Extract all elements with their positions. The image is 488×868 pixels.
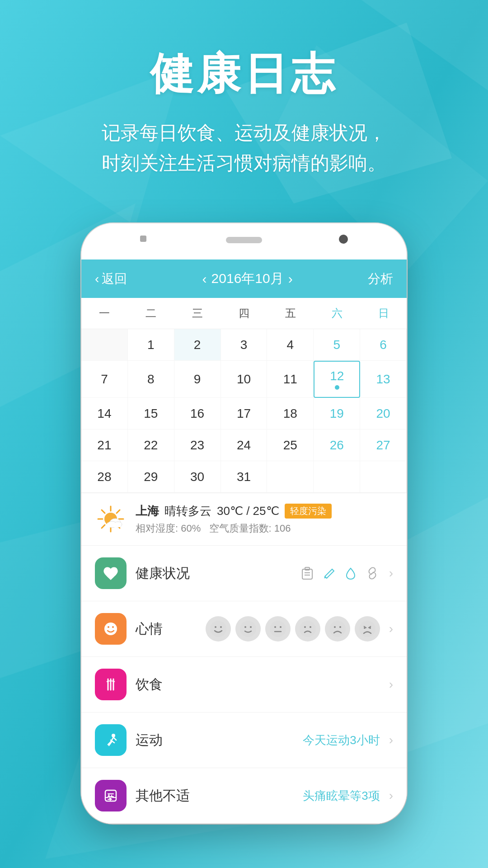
chevron-left-icon: ‹ [95, 272, 99, 286]
cal-day-20[interactable]: 20 [360, 398, 407, 429]
cal-day-24[interactable]: 24 [221, 429, 267, 461]
clipboard-icon[interactable] [300, 566, 315, 581]
health-status-row[interactable]: 健康状况 [81, 546, 407, 601]
cal-day-29[interactable]: 29 [128, 461, 174, 493]
phone-sensor [140, 236, 146, 242]
cal-day-1[interactable]: 1 [128, 329, 174, 361]
weekday-mon: 一 [81, 298, 128, 329]
back-button[interactable]: ‹ 返回 [95, 270, 127, 288]
svg-point-37 [280, 626, 282, 628]
svg-point-44 [339, 626, 341, 628]
app-content: ‹ 返回 ‹ 2016年10月 › 分析 一 二 三 四 五 六 [81, 259, 407, 824]
other-value: 头痛眩晕等3项 [303, 788, 380, 804]
cal-day-27[interactable]: 27 [360, 429, 407, 461]
cal-day-empty-2 [267, 461, 314, 493]
svg-point-41 [310, 626, 311, 628]
weekday-tue: 二 [128, 298, 174, 329]
cal-day-3[interactable]: 3 [221, 329, 267, 361]
cal-day-9[interactable]: 9 [174, 361, 221, 398]
svg-rect-22 [302, 569, 312, 579]
diet-label: 饮食 [136, 675, 380, 694]
mood-face-slight-happy[interactable] [235, 616, 261, 642]
cal-day-30[interactable]: 30 [174, 461, 221, 493]
cal-day-21[interactable]: 21 [81, 429, 128, 461]
phone-container: ‹ 返回 ‹ 2016年10月 › 分析 一 二 三 四 五 六 [0, 223, 488, 824]
calendar-grid: 一 二 三 四 五 六 日 1 2 3 4 5 6 [81, 298, 407, 493]
cal-day-2[interactable]: 2 [174, 329, 221, 361]
cal-day-11[interactable]: 11 [267, 361, 314, 398]
cal-day-6[interactable]: 6 [360, 329, 407, 361]
svg-point-28 [112, 626, 114, 628]
weekday-wed: 三 [174, 298, 221, 329]
exercise-chevron: › [389, 733, 393, 747]
prev-month-icon[interactable]: ‹ [202, 271, 207, 287]
mood-face-neutral[interactable] [265, 616, 291, 642]
cal-day-25[interactable]: 25 [267, 429, 314, 461]
info-section: 上海 晴转多云 30℃ / 25℃ 轻度污染 相对湿度: 60% 空气质量指数:… [81, 493, 407, 824]
cal-day-26[interactable]: 26 [314, 429, 360, 461]
water-drop-icon[interactable] [343, 566, 358, 581]
svg-point-26 [104, 623, 117, 635]
other-chevron: › [389, 788, 393, 803]
app-title: 健康日志 [0, 45, 488, 104]
cal-day-empty-3 [314, 461, 360, 493]
cal-day-17[interactable]: 17 [221, 398, 267, 429]
analyze-button[interactable]: 分析 [368, 270, 393, 288]
svg-point-43 [334, 626, 336, 628]
cal-day-14[interactable]: 14 [81, 398, 128, 429]
diet-row[interactable]: 饮食 › [81, 657, 407, 712]
cal-day-12[interactable]: 12 [314, 361, 360, 398]
phone-top-bar [81, 223, 407, 259]
cal-day-19[interactable]: 19 [314, 398, 360, 429]
cal-day-10[interactable]: 10 [221, 361, 267, 398]
cal-day-8[interactable]: 8 [128, 361, 174, 398]
mood-face-more-sad[interactable] [325, 616, 350, 642]
calendar-title: ‹ 2016年10月 › [202, 269, 293, 288]
svg-point-27 [108, 626, 109, 628]
cal-day-22[interactable]: 22 [128, 429, 174, 461]
cal-day-4[interactable]: 4 [267, 329, 314, 361]
pencil-icon[interactable] [321, 566, 337, 581]
cal-day-31[interactable]: 31 [221, 461, 267, 493]
svg-point-45 [359, 621, 375, 637]
mood-face-happy[interactable] [206, 616, 231, 642]
cal-day-18[interactable]: 18 [267, 398, 314, 429]
mood-row[interactable]: 心情 [81, 601, 407, 657]
svg-line-17 [102, 525, 105, 528]
phone-speaker [226, 237, 262, 243]
cal-day-5[interactable]: 5 [314, 329, 360, 361]
svg-point-31 [220, 626, 222, 628]
other-icon [95, 780, 127, 811]
health-status-actions [300, 566, 380, 581]
phone-frame: ‹ 返回 ‹ 2016年10月 › 分析 一 二 三 四 五 六 [81, 223, 407, 824]
cal-day-16[interactable]: 16 [174, 398, 221, 429]
diet-icon [95, 669, 127, 700]
cal-day-7[interactable]: 7 [81, 361, 128, 398]
weekday-sun: 日 [360, 298, 407, 329]
app-subtitle: 记录每日饮食、运动及健康状况， 时刻关注生活习惯对病情的影响。 [0, 118, 488, 178]
other-label: 其他不适 [136, 787, 294, 805]
next-month-icon[interactable]: › [288, 271, 293, 287]
cal-day-15[interactable]: 15 [128, 398, 174, 429]
exercise-row[interactable]: 运动 今天运动3小时 › [81, 712, 407, 768]
cal-day-28[interactable]: 28 [81, 461, 128, 493]
mood-chevron: › [389, 622, 393, 636]
mood-face-very-sad[interactable] [355, 616, 380, 642]
exercise-icon [95, 724, 127, 756]
calendar-header: ‹ 返回 ‹ 2016年10月 › 分析 [81, 259, 407, 298]
weather-row: 上海 晴转多云 30℃ / 25℃ 轻度污染 相对湿度: 60% 空气质量指数:… [81, 493, 407, 546]
link-icon[interactable] [365, 566, 380, 581]
mood-label: 心情 [136, 620, 197, 638]
diet-chevron: › [389, 677, 393, 692]
cal-day-13[interactable]: 13 [360, 361, 407, 398]
other-row[interactable]: 其他不适 头痛眩晕等3项 › [81, 768, 407, 824]
cal-day-empty-4 [360, 461, 407, 493]
weather-info: 上海 晴转多云 30℃ / 25℃ 轻度污染 相对湿度: 60% 空气质量指数:… [136, 503, 393, 535]
mood-face-sad[interactable] [295, 616, 320, 642]
health-status-label: 健康状况 [136, 564, 291, 583]
header-section: 健康日志 记录每日饮食、运动及健康状况， 时刻关注生活习惯对病情的影响。 [0, 0, 488, 205]
svg-point-36 [274, 626, 276, 628]
weekday-fri: 五 [267, 298, 314, 329]
health-status-chevron: › [389, 566, 393, 580]
cal-day-23[interactable]: 23 [174, 429, 221, 461]
